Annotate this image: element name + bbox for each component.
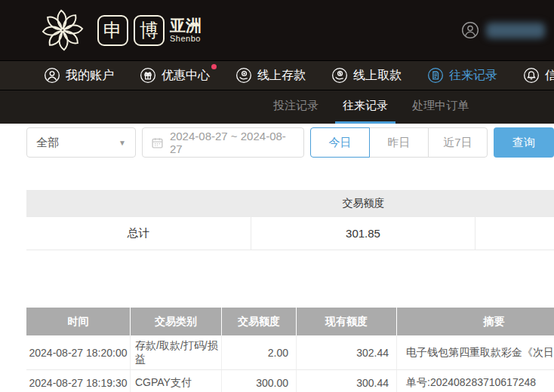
nav-item-transactions[interactable]: 往来记录 — [427, 67, 497, 84]
summary-total-row: 总计 301.85 — [26, 217, 554, 250]
nav-label: 我的账户 — [66, 68, 114, 84]
notification-dot — [211, 64, 217, 69]
main-nav: 我的账户 优惠中心 线上存款 — [0, 60, 554, 90]
today-button[interactable]: 今日 — [310, 127, 370, 158]
category-select[interactable]: 全部 ▼ — [26, 127, 136, 158]
date-range-input[interactable]: 2024-08-27 ~ 2024-08-27 — [142, 127, 304, 158]
gift-icon — [140, 67, 156, 84]
category-select-value: 全部 — [36, 136, 59, 150]
table-row: 2024-08-27 18:20:00 存款/取款/打码/损益 2.00 302… — [26, 335, 554, 370]
top-header: 申 博 亚洲 Shenbo — [0, 0, 554, 60]
cell-amount: 300.00 — [221, 370, 296, 392]
summary-header-amount: 交易额度 — [251, 197, 476, 210]
summary-total-label: 总计 — [26, 217, 251, 250]
yesterday-button[interactable]: 昨日 — [369, 127, 429, 158]
withdraw-coin-icon — [331, 67, 348, 84]
col-time: 时间 — [26, 308, 130, 335]
logo-char-bo: 博 — [134, 15, 165, 46]
tab-transaction-records[interactable]: 往来记录 — [335, 90, 395, 124]
nav-label: 信息 — [545, 68, 554, 84]
logo-wordmark: 亚洲 Shenbo — [170, 17, 202, 43]
cell-type: CGPAY支付 — [130, 370, 221, 392]
nav-label: 线上取款 — [353, 68, 402, 84]
record-tabs: 投注记录 往来记录 处理中订单 — [0, 90, 554, 124]
logo-region-text: 亚洲 — [170, 17, 202, 34]
tab-pending-orders[interactable]: 处理中订单 — [405, 90, 476, 124]
tab-label: 往来记录 — [343, 99, 388, 113]
flower-logo-icon — [39, 7, 86, 54]
nav-item-promotions[interactable]: 优惠中心 — [140, 67, 210, 84]
summary-table-header: 交易额度 — [26, 190, 554, 217]
search-button[interactable]: 查询 — [494, 127, 554, 158]
nav-label: 往来记录 — [449, 68, 497, 84]
logo-char-shen: 申 — [97, 15, 128, 46]
summary-total-value: 301.85 — [251, 217, 476, 250]
cell-type: 存款/取款/打码/损益 — [130, 335, 221, 369]
user-area[interactable] — [461, 21, 545, 39]
quick-date-group: 今日 昨日 近7日 — [310, 127, 488, 158]
cell-amount: 2.00 — [221, 335, 296, 369]
nav-item-my-account[interactable]: 我的账户 — [44, 67, 114, 84]
nav-item-messages[interactable]: 信息 — [523, 67, 554, 84]
table-row: 2024-08-27 18:19:30 CGPAY支付 300.00 300.4… — [26, 370, 554, 392]
brand-logo[interactable]: 申 博 亚洲 Shenbo — [39, 7, 202, 54]
cell-note: 单号:202408283710617248 — [396, 370, 554, 392]
tab-label: 投注记录 — [273, 99, 319, 113]
nav-item-withdraw[interactable]: 线上取款 — [331, 67, 402, 84]
transactions-table: 时间 交易类别 交易额度 现有额度 摘要 2024-08-27 18:20:00… — [26, 308, 554, 392]
last7days-button[interactable]: 近7日 — [428, 127, 488, 158]
cell-note: 电子钱包第四重取款彩金《次日16 — [396, 335, 554, 369]
records-icon — [427, 67, 444, 84]
summary-table: 交易额度 总计 301.85 — [26, 190, 554, 250]
logo-subtitle-text: Shenbo — [170, 34, 202, 43]
chevron-down-icon: ▼ — [118, 139, 126, 147]
col-amount: 交易额度 — [221, 308, 296, 335]
page: 申 博 亚洲 Shenbo 我的账户 — [0, 0, 554, 392]
filter-bar: 全部 ▼ 2024-08-27 ~ 2024-08-27 今日 昨日 近7日 查… — [26, 127, 554, 158]
cell-time: 2024-08-27 18:19:30 — [26, 370, 130, 392]
account-icon — [44, 67, 60, 84]
avatar-icon — [461, 21, 479, 39]
cell-balance: 302.44 — [296, 335, 396, 369]
nav-label: 优惠中心 — [162, 68, 210, 84]
deposit-coin-icon — [235, 67, 252, 84]
bell-icon — [523, 67, 540, 84]
calendar-icon — [151, 136, 164, 149]
cell-balance: 300.44 — [296, 370, 396, 392]
tab-betting-records[interactable]: 投注记录 — [266, 90, 326, 124]
col-note: 摘要 — [396, 308, 554, 335]
username-redacted — [486, 23, 545, 38]
transactions-table-header: 时间 交易类别 交易额度 现有额度 摘要 — [26, 308, 554, 335]
nav-item-deposit[interactable]: 线上存款 — [235, 67, 306, 84]
tab-label: 处理中订单 — [412, 99, 469, 113]
date-range-value: 2024-08-27 ~ 2024-08-27 — [170, 130, 295, 155]
nav-label: 线上存款 — [257, 68, 306, 84]
cell-time: 2024-08-27 18:20:00 — [26, 335, 130, 369]
col-balance: 现有额度 — [296, 308, 396, 335]
col-type: 交易类别 — [130, 308, 221, 335]
summary-empty-cell — [476, 217, 554, 250]
